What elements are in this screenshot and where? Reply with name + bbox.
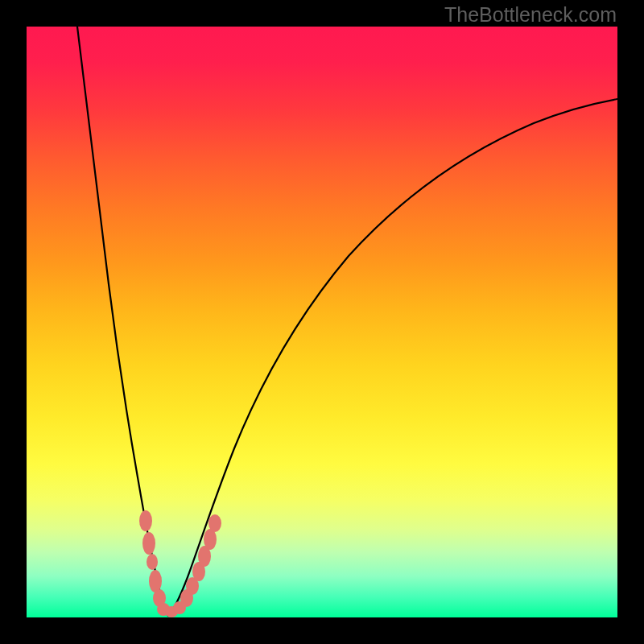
curve-layer [27, 27, 617, 617]
marker [208, 514, 221, 532]
marker [147, 554, 158, 570]
curve-right-branch [168, 99, 617, 616]
plot-area [27, 27, 617, 617]
curve-left-branch [77, 27, 168, 616]
marker-group [139, 510, 221, 617]
marker [149, 570, 162, 592]
bottleneck-curve [77, 27, 617, 616]
watermark-text: TheBottleneck.com [444, 3, 617, 27]
marker [142, 532, 155, 555]
marker [139, 510, 152, 531]
chart-frame: TheBottleneck.com [0, 0, 644, 644]
